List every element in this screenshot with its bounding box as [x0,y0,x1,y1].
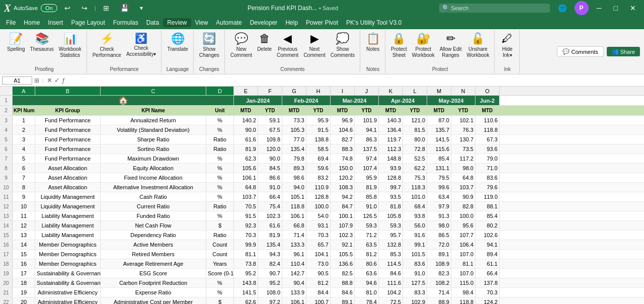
cell-r5-c2[interactable]: Sharpe Ratio [101,135,206,144]
cell-r14-c2[interactable]: Net Cash Flow [101,221,206,230]
cell-r5-c10[interactable]: 119.7 [379,135,403,144]
menu-item-review[interactable]: Review [163,18,191,27]
cell-r16-c14[interactable]: 94.1 [475,240,500,249]
cell-r12-c5[interactable]: 75.4 [258,202,282,211]
cell-r15-c8[interactable]: 102.3 [331,231,355,240]
menu-item-power-pivot[interactable]: Power Pivot [302,18,342,27]
share-button[interactable]: 👥 Share [607,47,640,56]
cell-r3-c13[interactable]: 102.1 [451,116,475,125]
cell-r14-c12[interactable]: 98.0 [427,221,451,230]
cell-r8-c9[interactable]: 107.4 [355,164,379,173]
cell-r19-c5[interactable]: 90.7 [258,269,282,278]
cell-r8-c11[interactable]: 62.2 [403,164,427,173]
cell-r9-c4[interactable]: 106.1 [234,173,258,182]
cell-r11-c11[interactable]: 101.0 [403,192,427,201]
cell-r9-c0[interactable]: 7 [13,173,35,182]
cell-r22-c4[interactable]: 62.6 [234,297,258,304]
cell-r7-c4[interactable]: 62.3 [234,154,258,163]
cell-r16-c2[interactable]: Active Members [101,240,206,249]
cell-r10-c3[interactable]: % [206,183,234,192]
insert-function-icon[interactable]: ƒ [62,77,65,84]
cell-r5-c6[interactable]: 77.0 [282,135,306,144]
menu-item-insert[interactable]: Insert [44,18,67,27]
cell-r8-c7[interactable]: 59.6 [306,164,331,173]
col-header-e[interactable]: E [234,87,258,95]
cell-r19-c4[interactable]: 95.2 [234,269,258,278]
cell-r21-c14[interactable]: 70.3 [475,288,500,297]
cell-r17-c7[interactable]: 104.1 [306,250,331,259]
cell-r16-c1[interactable]: Member Demographics [35,240,101,249]
spelling-button[interactable]: 📝 Spelling [5,31,27,53]
cell-r6-c13[interactable]: 73.5 [451,144,475,154]
cell-r3-c1[interactable]: Fund Performance [35,116,101,125]
cell-r3-c9[interactable]: 101.9 [355,116,379,125]
col-header-k[interactable]: K [379,87,403,95]
cell-r13-c12[interactable]: 91.3 [427,211,451,220]
cell-r12-c13[interactable]: 82.8 [451,202,475,211]
cell-r8-c14[interactable]: 71.0 [475,164,500,173]
profile-button[interactable]: P [575,1,589,15]
allow-edit-ranges-button[interactable]: ✏ Allow EditRanges [438,31,464,59]
cell-r8-c13[interactable]: 98.0 [451,164,475,173]
cell-r9-c3[interactable]: % [206,173,234,182]
menu-item-pk-utility[interactable]: PK's Utility Tool V3.0 [342,18,406,27]
cell-r6-c7[interactable]: 58.5 [306,144,331,154]
cell-r3-c11[interactable]: 121.0 [403,116,427,125]
cell-r18-c0[interactable]: 16 [13,259,35,268]
cell-r11-c2[interactable]: Cash Ratio [101,192,206,201]
redo-button[interactable]: ↪ [77,3,92,13]
grid-view-button[interactable]: ⊞ [99,3,113,13]
cell-r7-c3[interactable]: % [206,154,234,163]
cell-r17-c12[interactable]: 89.1 [427,250,451,259]
cell-r16-c13[interactable]: 106.4 [451,240,475,249]
cell-r17-c13[interactable]: 107.0 [451,250,475,259]
cell-r9-c8[interactable]: 120.2 [331,173,355,182]
cell-r17-c11[interactable]: 101.5 [403,250,427,259]
close-button[interactable]: ✕ [626,3,640,13]
comments-header-button[interactable]: 💬 Comments [557,46,603,57]
cell-r20-c11[interactable]: 127.5 [403,278,427,287]
cell-r14-c6[interactable]: 66.8 [282,221,306,230]
cell-r20-c6[interactable]: 90.4 [282,278,306,287]
cell-r4-c11[interactable]: 81.5 [403,125,427,134]
cell-r10-c5[interactable]: 91.0 [258,183,282,192]
cell-r4-c5[interactable]: 67.5 [258,125,282,134]
cell-r13-c0[interactable]: 11 [13,211,35,220]
confirm-formula-icon[interactable]: ✓ [54,77,60,84]
cell-r17-c2[interactable]: Retired Members [101,250,206,259]
col-header-f[interactable]: F [258,87,282,95]
cell-r15-c6[interactable]: 71.4 [282,231,306,240]
cell-r20-c10[interactable]: 111.6 [379,278,403,287]
cell-r14-c9[interactable]: 59.3 [355,221,379,230]
cell-r3-c6[interactable]: 73.3 [282,116,306,125]
cell-r20-c8[interactable]: 88.8 [331,278,355,287]
cell-r11-c14[interactable]: 119.0 [475,192,500,201]
cell-r14-c14[interactable]: 80.2 [475,221,500,230]
cell-r11-c9[interactable]: 85.8 [355,192,379,201]
cell-r4-c1[interactable]: Fund Performance [35,125,101,134]
cell-r22-c14[interactable]: 124.2 [475,297,500,304]
cell-r3-c14[interactable]: 110.6 [475,116,500,125]
cell-r8-c12[interactable]: 131.1 [427,164,451,173]
cell-r18-c8[interactable]: 136.6 [331,259,355,268]
cell-r19-c11[interactable]: 91.0 [403,269,427,278]
cell-r6-c5[interactable]: 120.0 [258,144,282,154]
cell-r14-c5[interactable]: 61.6 [258,221,282,230]
cell-r22-c6[interactable]: 106.1 [282,297,306,304]
cell-r7-c14[interactable]: 79.0 [475,154,500,163]
cell-r20-c4[interactable]: 143.8 [234,278,258,287]
cell-r3-c3[interactable]: % [206,116,234,125]
cell-r4-c2[interactable]: Volatility (Standard Deviation) [101,125,206,134]
menu-item-formulas[interactable]: Formulas [109,18,142,27]
cell-r3-c10[interactable]: 140.3 [379,116,403,125]
cell-r18-c3[interactable]: Years [206,259,234,268]
cell-r9-c7[interactable]: 83.2 [306,173,331,182]
cell-r13-c8[interactable]: 100.1 [331,211,355,220]
cell-r15-c7[interactable]: 70.3 [306,231,331,240]
cell-r10-c13[interactable]: 103.7 [451,183,475,192]
cell-r14-c7[interactable]: 93.1 [306,221,331,230]
cell-r6-c12[interactable]: 115.6 [427,144,451,154]
cell-r17-c6[interactable]: 96.1 [282,250,306,259]
cell-r19-c3[interactable]: Score (0-100) [206,269,234,278]
cell-r13-c1[interactable]: Liability Management [35,211,101,220]
